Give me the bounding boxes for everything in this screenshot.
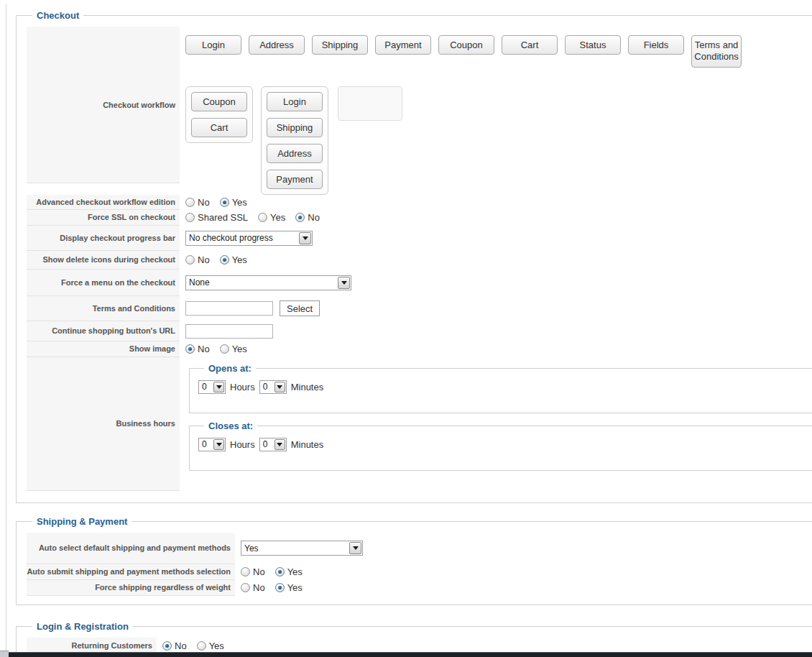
shipping-payment-legend: Shipping & Payment <box>32 516 132 527</box>
chevron-down-icon[interactable] <box>213 439 224 450</box>
returning-customers-no[interactable]: No <box>162 640 187 651</box>
advanced-edition-label: Advanced checkout workflow edition <box>27 195 180 210</box>
chevron-down-icon[interactable] <box>299 232 311 244</box>
opens-hours-select[interactable]: 0 <box>198 380 226 394</box>
auto-submit-no[interactable]: No <box>241 566 265 577</box>
workflow-button-cart[interactable]: Cart <box>502 35 558 55</box>
auto-submit-label: Auto submit shipping and payment methods… <box>27 564 235 580</box>
workflow-stage-group-2[interactable]: Login Shipping Address Payment <box>261 86 328 195</box>
delete-icons-radio-group: No Yes <box>185 254 247 265</box>
checkout-workflow-label: Checkout workflow <box>27 27 180 183</box>
shipping-payment-section: Shipping & Payment Auto select default s… <box>16 516 812 605</box>
chevron-down-icon[interactable] <box>349 542 361 554</box>
show-image-label: Show image <box>27 341 180 357</box>
workflow-stage-group-1[interactable]: Coupon Cart <box>185 86 253 143</box>
force-menu-row: Force a menu on the checkout None <box>27 270 812 296</box>
radio-icon[interactable] <box>185 198 195 207</box>
progress-bar-select[interactable]: No checkout progress <box>185 231 313 246</box>
radio-icon[interactable] <box>258 213 267 222</box>
workflow-button-coupon[interactable]: Coupon <box>438 35 494 55</box>
radio-checked-icon[interactable] <box>275 583 285 592</box>
closes-hours-select[interactable]: 0 <box>198 438 226 451</box>
terms-select-button[interactable]: Select <box>280 300 320 316</box>
workflow-stage-address[interactable]: Address <box>267 144 323 163</box>
delete-icons-row: Show delete icons during checkout No Yes <box>27 251 812 270</box>
delete-icons-no[interactable]: No <box>185 254 210 265</box>
delete-icons-label: Show delete icons during checkout <box>27 251 180 270</box>
workflow-button-login[interactable]: Login <box>185 35 241 55</box>
force-menu-select[interactable]: None <box>185 275 351 290</box>
force-shipping-yes[interactable]: Yes <box>275 582 303 593</box>
radio-icon[interactable] <box>185 213 195 222</box>
advanced-edition-radio-group: No Yes <box>185 197 247 208</box>
radio-icon[interactable] <box>220 344 229 354</box>
workflow-button-payment[interactable]: Payment <box>375 35 431 55</box>
chevron-down-icon[interactable] <box>338 277 350 289</box>
checkout-workflow-row: Checkout workflow Login Address Shipping… <box>27 27 812 195</box>
returning-customers-yes[interactable]: Yes <box>197 640 224 651</box>
force-shipping-row: Force shipping regardless of weight No Y… <box>27 580 812 596</box>
auto-select-select[interactable]: Yes <box>241 541 363 556</box>
workflow-empty-slot[interactable] <box>338 86 402 121</box>
workflow-stage-payment[interactable]: Payment <box>267 170 323 189</box>
returning-customers-radio-group: No Yes <box>162 640 224 651</box>
opens-minutes-text: Minutes <box>291 382 324 392</box>
show-image-no[interactable]: No <box>185 344 210 354</box>
delete-icons-yes[interactable]: Yes <box>220 254 247 265</box>
force-ssl-yes[interactable]: Yes <box>258 212 285 223</box>
auto-submit-yes[interactable]: Yes <box>275 566 303 577</box>
auto-submit-row: Auto submit shipping and payment methods… <box>27 564 812 580</box>
closes-minutes-text: Minutes <box>291 439 324 450</box>
radio-checked-icon[interactable] <box>275 567 285 576</box>
checkout-section-legend: Checkout <box>32 10 83 21</box>
radio-checked-icon[interactable] <box>162 641 172 651</box>
workflow-stage-cart[interactable]: Cart <box>191 118 247 137</box>
login-registration-legend: Login & Registration <box>32 621 133 632</box>
opens-minutes-select[interactable]: 0 <box>259 380 287 394</box>
force-ssl-radio-group: Shared SSL Yes No <box>185 212 320 223</box>
force-shipping-no[interactable]: No <box>241 582 265 593</box>
continue-url-row: Continue shopping button's URL <box>27 321 812 341</box>
workflow-button-terms-and-conditions[interactable]: Terms and Conditions <box>691 35 742 68</box>
radio-icon[interactable] <box>197 641 206 651</box>
force-shipping-radio-group: No Yes <box>241 582 303 593</box>
force-menu-label: Force a menu on the checkout <box>27 270 180 296</box>
force-ssl-no[interactable]: No <box>295 212 320 223</box>
advanced-edition-yes[interactable]: Yes <box>220 197 247 208</box>
opens-at-legend: Opens at: <box>204 363 256 374</box>
radio-checked-icon[interactable] <box>220 198 229 207</box>
advanced-edition-no[interactable]: No <box>185 197 210 208</box>
checkout-section: Checkout Checkout workflow Login Address… <box>16 10 812 503</box>
settings-page: Checkout Checkout workflow Login Address… <box>6 4 812 657</box>
opens-at-fieldset: Opens at: 0 Hours 0 Minutes <box>189 363 812 413</box>
chevron-down-icon[interactable] <box>274 439 285 450</box>
radio-checked-icon[interactable] <box>220 255 229 265</box>
terms-input[interactable] <box>185 301 273 316</box>
workflow-button-fields[interactable]: Fields <box>628 35 684 55</box>
workflow-button-shipping[interactable]: Shipping <box>312 35 368 55</box>
force-ssl-shared[interactable]: Shared SSL <box>185 212 248 223</box>
continue-url-input[interactable] <box>185 324 273 339</box>
radio-icon[interactable] <box>241 567 250 576</box>
radio-icon[interactable] <box>241 583 250 592</box>
workflow-stage-login[interactable]: Login <box>267 92 323 111</box>
chevron-down-icon[interactable] <box>213 382 224 392</box>
workflow-button-address[interactable]: Address <box>249 35 305 55</box>
radio-icon[interactable] <box>185 255 195 265</box>
auto-submit-radio-group: No Yes <box>241 566 303 577</box>
terms-label: Terms and Conditions <box>27 296 180 321</box>
workflow-stage-shipping[interactable]: Shipping <box>267 118 323 137</box>
workflow-button-status[interactable]: Status <box>565 35 621 55</box>
force-ssl-row: Force SSL on checkout Shared SSL Yes No <box>27 210 812 226</box>
auto-select-label: Auto select default shipping and payment… <box>27 533 235 564</box>
radio-checked-icon[interactable] <box>185 344 195 354</box>
closes-hours-text: Hours <box>230 439 255 450</box>
closes-minutes-select[interactable]: 0 <box>259 438 287 451</box>
show-image-yes[interactable]: Yes <box>220 344 247 354</box>
opens-hours-text: Hours <box>230 382 255 392</box>
progress-bar-label: Display checkout progress bar <box>27 226 180 251</box>
chevron-down-icon[interactable] <box>274 382 285 392</box>
workflow-stage-coupon[interactable]: Coupon <box>191 92 247 111</box>
show-image-radio-group: No Yes <box>185 344 247 354</box>
radio-checked-icon[interactable] <box>295 213 305 222</box>
